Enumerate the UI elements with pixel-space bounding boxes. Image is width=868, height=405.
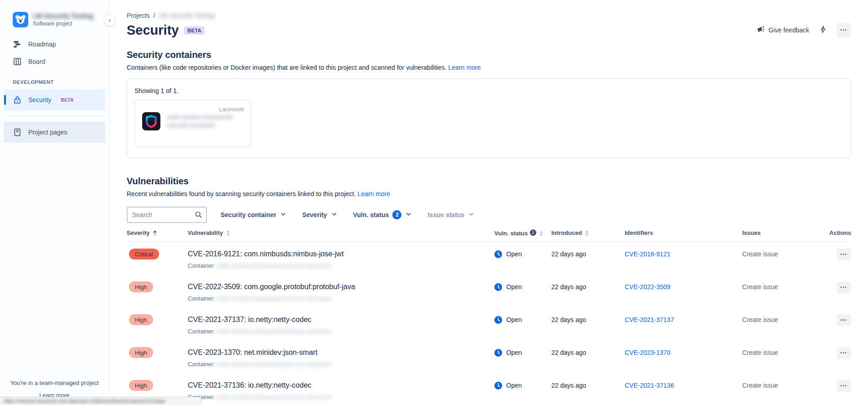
table-body: Critical CVE-2016-9121: com.nimbusds:nim… [127, 242, 851, 405]
chevron-down-icon [331, 211, 338, 219]
header-vuln-status[interactable]: Vuln. status [494, 229, 551, 237]
containers-description-text: Containers (like code repositories or Do… [127, 64, 447, 71]
breadcrumb-project-link[interactable]: LW Security Testing [159, 12, 214, 19]
filter-label: Issue status [427, 211, 464, 218]
vuln-status-cell: Open [494, 380, 551, 391]
vuln-status-text: Open [506, 314, 522, 325]
container-line: Container: index.docker.io/lacework/vuln… [188, 394, 494, 400]
clock-open-icon [494, 382, 502, 389]
header-severity[interactable]: Severity [127, 229, 188, 236]
filter-count-badge: 2 [392, 210, 401, 219]
sidebar-nav: Roadmap Board DEVELOPMENT [0, 36, 109, 143]
container-label: Container: [188, 262, 215, 269]
header-vulnerability[interactable]: Vulnerability [188, 229, 494, 236]
sidebar-footer: You're in a team-managed project Learn m… [0, 379, 109, 399]
vuln-status-cell: Open [494, 347, 551, 358]
filter-security-container[interactable]: Security container [219, 208, 288, 222]
lightning-icon [819, 25, 827, 35]
give-feedback-label: Give feedback [769, 26, 810, 34]
pages-icon [13, 128, 22, 137]
vulnerability-cell: CVE-2022-3509: com.google.protobuf:proto… [188, 281, 494, 302]
row-more-actions-button[interactable]: ••• [837, 347, 851, 359]
vuln-status-text: Open [506, 380, 522, 391]
container-card-body: index.docker.io/lacework/ vuln-jira-conn… [142, 112, 243, 130]
row-more-actions-button[interactable]: ••• [837, 281, 851, 293]
create-issue-button[interactable]: Create issue [742, 316, 778, 323]
sidebar-item-board[interactable]: Board [4, 53, 105, 70]
containers-learn-more-link[interactable]: Learn more [448, 64, 481, 71]
sidebar-item-project-pages[interactable]: Project pages [4, 122, 105, 143]
team-managed-note: You're in a team-managed project [0, 379, 109, 386]
header-label: Vulnerability [188, 229, 223, 236]
identifier-link[interactable]: CVE-2016-9121 [625, 250, 670, 258]
severity-cell: Critical [127, 249, 188, 260]
sidebar-collapse-button[interactable]: ‹ [104, 15, 115, 26]
sort-icon [585, 230, 589, 236]
sidebar-item-label: Board [28, 58, 45, 65]
row-more-actions-button[interactable]: ••• [837, 380, 851, 392]
more-actions-button[interactable]: ••• [837, 23, 851, 37]
ellipsis-icon: ••• [840, 384, 847, 388]
chevron-down-icon [468, 211, 475, 219]
row-more-actions-button[interactable]: ••• [837, 249, 851, 260]
actions-cell: ••• [826, 249, 851, 260]
sidebar-item-label: Project pages [28, 129, 67, 136]
container-label: Container: [188, 328, 215, 335]
create-issue-button[interactable]: Create issue [742, 382, 778, 389]
roadmap-icon [13, 40, 22, 49]
project-name: LW Security Testing [33, 12, 93, 20]
vulnerability-title[interactable]: CVE-2016-9121: com.nimbusds:nimbus-jose-… [188, 249, 494, 260]
sidebar: LW Security Testing Software project Roa… [0, 0, 109, 405]
identifier-link[interactable]: CVE-2021-37137 [625, 316, 674, 323]
vulnerability-title[interactable]: CVE-2021-37136: io.netty:netty-codec [188, 380, 494, 391]
vuln-status-cell: Open [494, 314, 551, 325]
filter-severity[interactable]: Severity [300, 208, 339, 222]
identifier-link[interactable]: CVE-2021-37136 [625, 382, 674, 389]
header-issues: Issues [742, 229, 826, 236]
vuln-status-text: Open [506, 347, 522, 358]
sidebar-item-label: Security [28, 96, 51, 104]
title-row: Security BETA [127, 23, 215, 38]
vulnerability-title[interactable]: CVE-2021-37137: io.netty:netty-codec [188, 314, 494, 325]
automation-button[interactable] [816, 23, 830, 37]
create-issue-button[interactable]: Create issue [742, 349, 778, 356]
identifier-link[interactable]: CVE-2023-1370 [625, 349, 670, 356]
severity-cell: High [127, 347, 188, 358]
header-introduced[interactable]: Introduced [551, 229, 625, 236]
project-header[interactable]: LW Security Testing Software project [0, 12, 109, 36]
sidebar-item-security[interactable]: Security BETA [4, 89, 105, 110]
vulnerabilities-learn-more-link[interactable]: Learn more [358, 190, 390, 197]
filter-label: Security container [221, 211, 276, 218]
container-value: index.docker.io/lacework/vuln-jira-conne… [217, 394, 332, 400]
filter-vuln-status[interactable]: Vuln. status 2 [351, 208, 414, 222]
containers-panel: Showing 1 of 1. Lacework [127, 78, 851, 158]
header-label: Vuln. status [494, 230, 528, 237]
vulnerability-cell: CVE-2016-9121: com.nimbusds:nimbus-jose-… [188, 249, 494, 269]
vulnerability-cell: CVE-2021-37137: io.netty:netty-codec Con… [188, 314, 494, 335]
sidebar-item-roadmap[interactable]: Roadmap [4, 36, 105, 53]
info-icon[interactable] [530, 229, 536, 237]
clock-open-icon [494, 283, 502, 291]
create-issue-button[interactable]: Create issue [742, 250, 778, 258]
containers-section-title: Security containers [127, 50, 851, 60]
status-url-text: https://michael-lacework-test.atlassian.… [4, 398, 165, 404]
container-label: Container: [188, 361, 215, 368]
container-line: Container: index.docker.io/lacework/vuln… [188, 361, 494, 368]
give-feedback-button[interactable]: Give feedback [756, 25, 810, 35]
breadcrumb: Projects / LW Security Testing [127, 12, 215, 19]
identifier-link[interactable]: CVE-2022-3509 [625, 283, 670, 291]
containers-section-description: Containers (like code repositories or Do… [127, 64, 851, 71]
severity-badge: High [129, 281, 153, 292]
container-card[interactable]: Lacework [134, 100, 251, 147]
actions-cell: ••• [826, 314, 851, 326]
create-issue-button[interactable]: Create issue [742, 283, 778, 291]
vulnerability-cell: CVE-2023-1370: net.minidev:json-smart Co… [188, 347, 494, 368]
breadcrumb-projects-link[interactable]: Projects [127, 12, 150, 19]
vulnerability-title[interactable]: CVE-2022-3509: com.google.protobuf:proto… [188, 281, 494, 292]
vulnerability-title[interactable]: CVE-2023-1370: net.minidev:json-smart [188, 347, 494, 358]
row-more-actions-button[interactable]: ••• [837, 314, 851, 326]
ellipsis-icon: ••• [840, 252, 847, 257]
vulnerabilities-section-title: Vulnerabilities [127, 176, 851, 187]
container-name-line1: index.docker.io/lacework/ [167, 113, 233, 121]
sidebar-item-label: Roadmap [28, 41, 56, 48]
